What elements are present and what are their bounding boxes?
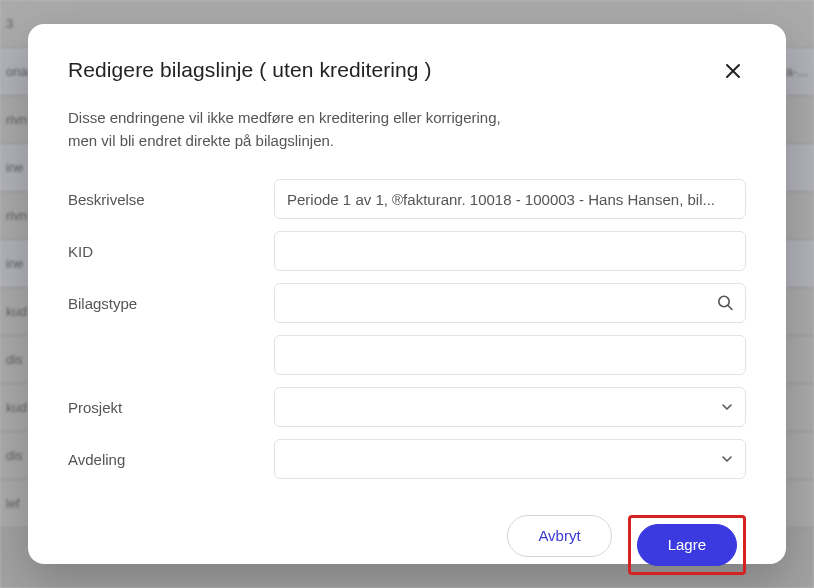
row-beskrivelse: Beskrivelse Periode 1 av 1, ®fakturanr. …	[68, 179, 746, 219]
label-empty	[68, 354, 274, 356]
input-beskrivelse[interactable]: Periode 1 av 1, ®fakturanr. 10018 - 1000…	[274, 179, 746, 219]
row-prosjekt: Prosjekt	[68, 387, 746, 427]
label-prosjekt: Prosjekt	[68, 397, 274, 416]
input-kid[interactable]	[274, 231, 746, 271]
modal-subtitle: Disse endringene vil ikke medføre en kre…	[68, 106, 746, 153]
edit-voucher-line-modal: Redigere bilagslinje ( uten kreditering …	[28, 24, 786, 564]
label-avdeling: Avdeling	[68, 449, 274, 468]
row-kid: KID	[68, 231, 746, 271]
row-bilagstype: Bilagstype	[68, 283, 746, 323]
modal-header: Redigere bilagslinje ( uten kreditering …	[68, 58, 746, 84]
label-kid: KID	[68, 241, 274, 260]
save-button-highlight: Lagre	[628, 515, 746, 575]
close-icon	[724, 68, 742, 83]
label-beskrivelse: Beskrivelse	[68, 189, 274, 208]
select-prosjekt[interactable]	[274, 387, 746, 427]
modal-title: Redigere bilagslinje ( uten kreditering …	[68, 58, 432, 82]
select-avdeling[interactable]	[274, 439, 746, 479]
label-bilagstype: Bilagstype	[68, 293, 274, 312]
input-extra[interactable]	[274, 335, 746, 375]
modal-footer: Avbryt Lagre	[68, 515, 746, 575]
row-avdeling: Avdeling	[68, 439, 746, 479]
row-extra	[68, 335, 746, 375]
close-button[interactable]	[720, 58, 746, 84]
save-button[interactable]: Lagre	[637, 524, 737, 566]
input-bilagstype[interactable]	[274, 283, 746, 323]
cancel-button[interactable]: Avbryt	[507, 515, 611, 557]
form: Beskrivelse Periode 1 av 1, ®fakturanr. …	[68, 179, 746, 491]
